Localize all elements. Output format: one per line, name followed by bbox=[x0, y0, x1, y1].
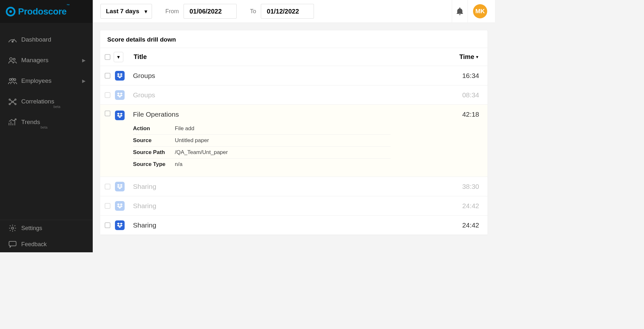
row-details: ActionFile addSourceUntitled paperSource… bbox=[133, 123, 391, 170]
top-bar: Last 7 days From 01/06/2022 To 01/12/202… bbox=[93, 0, 495, 23]
svg-line-15 bbox=[13, 102, 15, 104]
avatar-initials: MK bbox=[475, 8, 485, 15]
dropbox-icon bbox=[115, 201, 125, 211]
to-label: To bbox=[250, 8, 256, 15]
svg-point-11 bbox=[12, 101, 13, 102]
sidebar-item-settings[interactable]: Settings bbox=[0, 220, 93, 236]
dropbox-icon bbox=[115, 111, 125, 120]
to-date-input[interactable]: 01/12/2022 bbox=[261, 4, 314, 19]
notifications-button[interactable] bbox=[452, 0, 468, 23]
detail-value: File add bbox=[175, 125, 194, 132]
select-all-checkbox[interactable] bbox=[105, 54, 110, 60]
svg-point-9 bbox=[9, 103, 10, 105]
row-title: Groups bbox=[133, 72, 155, 80]
detail-value: n/a bbox=[175, 161, 183, 168]
panel-title: Score details drill down bbox=[100, 30, 488, 48]
sidebar-item-label: Feedback bbox=[21, 241, 47, 248]
row-checkbox[interactable] bbox=[105, 184, 110, 189]
row-checkbox[interactable] bbox=[105, 111, 110, 116]
gauge-icon bbox=[7, 35, 18, 44]
row-time: 42:18 bbox=[462, 111, 483, 118]
detail-value: Untitled paper bbox=[175, 137, 209, 144]
detail-row: ActionFile add bbox=[133, 123, 391, 135]
sidebar-item-feedback[interactable]: Feedback bbox=[0, 236, 93, 252]
sidebar-item-trends[interactable]: Trends beta bbox=[0, 112, 93, 132]
svg-line-12 bbox=[10, 100, 12, 102]
sidebar-item-label: Employees bbox=[21, 77, 52, 84]
expand-all-toggle[interactable]: ▼ bbox=[114, 52, 123, 62]
brand-name: Prodoscore™ bbox=[18, 6, 70, 17]
row-checkbox[interactable] bbox=[105, 203, 110, 209]
table-row[interactable]: Sharing24:42 bbox=[100, 196, 488, 216]
svg-point-10 bbox=[15, 103, 16, 105]
from-date-input[interactable]: 01/06/2022 bbox=[184, 4, 237, 19]
svg-point-20 bbox=[12, 227, 14, 229]
managers-icon bbox=[7, 55, 18, 65]
row-checkbox[interactable] bbox=[105, 222, 110, 228]
row-title: Sharing bbox=[133, 221, 156, 229]
sidebar-item-label: Settings bbox=[21, 225, 42, 232]
table-row[interactable]: Sharing24:42 bbox=[100, 216, 488, 235]
row-title: Sharing bbox=[133, 202, 156, 210]
from-date-value: 01/06/2022 bbox=[190, 8, 222, 15]
chevron-right-icon: ▶ bbox=[82, 78, 86, 83]
date-range-select[interactable]: Last 7 days bbox=[100, 4, 152, 19]
bell-icon bbox=[456, 7, 463, 15]
row-title: Sharing bbox=[133, 183, 156, 190]
trend-icon bbox=[7, 117, 18, 127]
sidebar-item-managers[interactable]: Managers ▶ bbox=[0, 50, 93, 71]
row-time: 16:34 bbox=[462, 72, 483, 80]
network-icon bbox=[7, 97, 18, 106]
svg-point-4 bbox=[9, 79, 11, 81]
score-panel: Score details drill down ▼ Title Time Gr… bbox=[100, 30, 488, 235]
row-time: 24:42 bbox=[462, 221, 483, 229]
chat-icon bbox=[7, 239, 18, 249]
sidebar-nav: Dashboard Managers ▶ Employees ▶ bbox=[0, 23, 93, 220]
sidebar-item-label: Correlations bbox=[21, 98, 54, 105]
detail-row: SourceUntitled paper bbox=[133, 135, 391, 147]
row-title: Groups bbox=[133, 91, 155, 99]
beta-badge: beta bbox=[41, 125, 47, 129]
detail-key: Source Type bbox=[133, 161, 175, 168]
detail-row: Source Path/QA_Team/Unt_paper bbox=[133, 147, 391, 159]
column-time[interactable]: Time bbox=[459, 53, 483, 61]
svg-point-2 bbox=[10, 58, 12, 60]
detail-value: /QA_Team/Unt_paper bbox=[175, 149, 228, 156]
detail-key: Source Path bbox=[133, 149, 175, 156]
detail-key: Source bbox=[133, 137, 175, 144]
main-area: Last 7 days From 01/06/2022 To 01/12/202… bbox=[93, 0, 495, 252]
detail-key: Action bbox=[133, 125, 175, 132]
dropbox-icon bbox=[115, 90, 125, 100]
sidebar-item-dashboard[interactable]: Dashboard bbox=[0, 29, 93, 50]
sidebar-item-correlations[interactable]: Correlations beta bbox=[0, 91, 93, 112]
row-checkbox[interactable] bbox=[105, 73, 110, 79]
brand-logo[interactable]: Prodoscore™ bbox=[0, 0, 93, 23]
row-time: 08:34 bbox=[462, 91, 483, 99]
to-date-value: 01/12/2022 bbox=[267, 8, 299, 15]
svg-rect-21 bbox=[9, 241, 16, 246]
chevron-right-icon: ▶ bbox=[82, 58, 86, 63]
detail-row: Source Typen/a bbox=[133, 159, 391, 170]
svg-line-13 bbox=[13, 100, 15, 102]
svg-point-8 bbox=[15, 99, 16, 100]
dropbox-icon bbox=[115, 71, 125, 81]
row-title: File Operations bbox=[133, 111, 179, 118]
sidebar-item-label: Dashboard bbox=[21, 36, 51, 43]
column-title[interactable]: Title bbox=[134, 53, 147, 61]
svg-point-7 bbox=[9, 99, 10, 100]
table-row[interactable]: Sharing38:30 bbox=[100, 177, 488, 196]
user-avatar[interactable]: MK bbox=[473, 4, 487, 18]
row-time: 38:30 bbox=[462, 183, 483, 190]
employees-icon bbox=[7, 76, 18, 86]
dropbox-icon bbox=[115, 182, 125, 191]
from-label: From bbox=[166, 8, 179, 15]
gear-icon bbox=[7, 223, 18, 233]
table-row[interactable]: Groups08:34 bbox=[100, 85, 488, 105]
table-row[interactable]: Groups16:34 bbox=[100, 66, 488, 85]
table-row[interactable]: File Operations42:18ActionFile addSource… bbox=[100, 105, 488, 177]
sidebar-item-employees[interactable]: Employees ▶ bbox=[0, 71, 93, 91]
sidebar: Prodoscore™ Dashboard Managers ▶ bbox=[0, 0, 93, 252]
row-time: 24:42 bbox=[462, 202, 483, 210]
row-checkbox[interactable] bbox=[105, 92, 110, 98]
svg-point-6 bbox=[14, 79, 16, 81]
